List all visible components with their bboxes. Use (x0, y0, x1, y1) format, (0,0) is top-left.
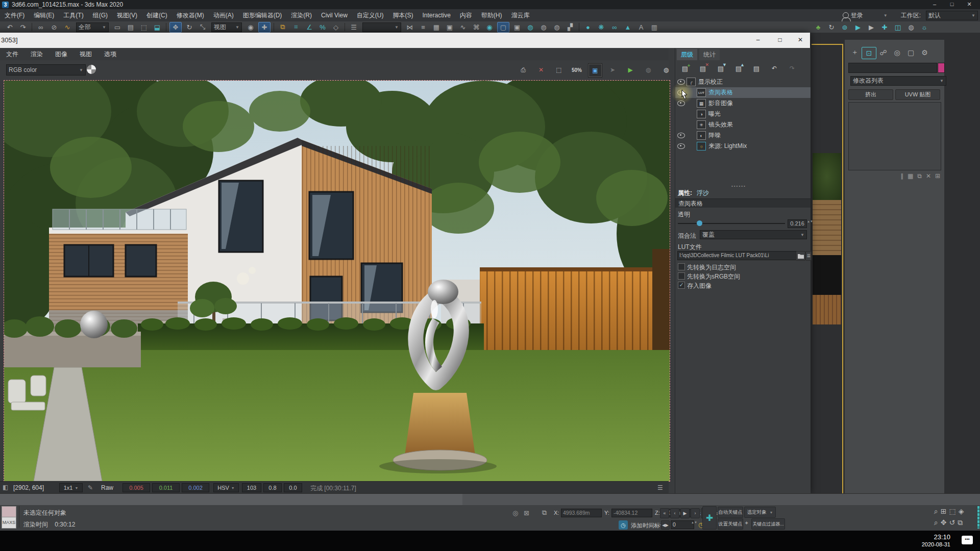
bulb-icon[interactable]: ☼ (919, 22, 930, 32)
alpha-sphere-icon[interactable] (87, 65, 96, 74)
layer-label[interactable]: 显示校正 (698, 78, 723, 86)
tab-layers[interactable]: 层级 (677, 49, 697, 60)
delete-layer-icon[interactable]: ▤✕ (696, 62, 709, 74)
layer-row-4[interactable]: ✳镜头效果 (675, 119, 811, 130)
drop-icon[interactable]: ▲ (622, 22, 633, 32)
set-key-button[interactable]: 设置关键点 (718, 518, 743, 530)
snap-toggle-icon[interactable]: ⌗ (290, 22, 302, 32)
camera-add-icon[interactable]: ✚ (879, 22, 890, 32)
ab-compare-icon[interactable]: ▞ (565, 22, 576, 32)
track-bar[interactable] (0, 493, 980, 506)
tab-utilities[interactable]: ⚙ (918, 47, 932, 58)
select-object-icon[interactable]: ▭ (112, 22, 123, 32)
select-scale-icon[interactable]: ⤡ (197, 22, 208, 32)
chat-bubble-icon[interactable]: ••• (962, 536, 973, 544)
key-mode-icon[interactable]: ✦ (744, 520, 749, 527)
layer-row-1[interactable]: LUT查阅表格 (675, 87, 811, 98)
vfb-menu-item-2[interactable]: 图像 (49, 48, 74, 60)
maxscript-mini-listener[interactable]: MAXS (2, 517, 16, 529)
zoom-all-icon[interactable]: ⊞ (941, 507, 947, 516)
splitter-handle[interactable]: •••••• (731, 184, 746, 188)
select-rotate-icon[interactable]: ↻ (184, 22, 195, 32)
pixel-ratio-dropdown[interactable]: 1x1▼ (59, 483, 83, 492)
render-setup-icon[interactable]: ▢ (497, 22, 509, 33)
hsv-dropdown[interactable]: HSV▼ (213, 483, 239, 492)
vfb-menu-item-0[interactable]: 文件 (0, 48, 24, 60)
app-menu-item-14[interactable]: 内容 (455, 9, 477, 21)
expand-icon[interactable]: ◧ (3, 484, 8, 491)
render-teapot-dim-icon[interactable]: ◍ (642, 63, 655, 77)
app-close-button[interactable]: ✕ (961, 0, 978, 9)
load-layers-icon[interactable]: ▤▲ (732, 62, 745, 74)
opacity-slider-track[interactable] (678, 223, 785, 224)
reference-coord-dropdown[interactable]: 视图▼ (211, 22, 242, 32)
layout-box-icon[interactable]: ◫ (892, 22, 903, 32)
named-selection-icon[interactable]: ☰ (348, 22, 359, 32)
app-menu-item-11[interactable]: 自定义(U) (352, 9, 388, 21)
visibility-eye-icon[interactable] (677, 133, 685, 138)
pin-stack-icon[interactable]: ∥ (900, 172, 903, 180)
ribbon-icon[interactable]: ▣ (444, 22, 455, 32)
viewport-frame-icon[interactable]: ▣ (588, 63, 602, 78)
vfb-minimize-button[interactable]: – (750, 36, 766, 45)
curve-editor-icon[interactable]: ∿ (457, 22, 469, 32)
fov-icon[interactable]: ⌕ (934, 518, 938, 527)
app-menu-item-5[interactable]: 创建(C) (142, 9, 172, 21)
workspace-dropdown[interactable]: 默认▼ (926, 11, 978, 20)
vfb-menu-item-3[interactable]: 视图 (74, 48, 98, 60)
prev-next-key-icon[interactable]: ◀▶ (661, 520, 670, 530)
app-menu-item-7[interactable]: 动画(A) (209, 9, 238, 21)
spinner-snap-icon[interactable]: ◇ (330, 22, 341, 32)
app-menu-item-13[interactable]: Interactive (418, 9, 455, 21)
track-mouse-icon[interactable]: ➤ (606, 63, 619, 77)
aa-quality-icon[interactable]: A (635, 22, 647, 32)
unlink-selection-icon[interactable]: ⊘ (48, 22, 60, 32)
eye-cell[interactable] (675, 133, 687, 138)
angle-snap-icon[interactable]: ∠ (304, 22, 315, 32)
spray-icon[interactable]: ❋ (596, 22, 607, 32)
tab-modify[interactable]: ⊡ (862, 47, 876, 59)
layer-label[interactable]: 镜头效果 (708, 120, 733, 129)
object-name-field[interactable] (848, 63, 937, 73)
vfb-titlebar[interactable]: 3053] – □ ✕ (0, 33, 810, 48)
selection-filter-dropdown[interactable]: 全部▼ (76, 22, 109, 32)
pan-icon[interactable]: ✥ (941, 518, 947, 527)
schematic-view-icon[interactable]: ⌘ (471, 22, 482, 32)
play-box-icon[interactable]: ▶ (852, 22, 864, 32)
app-menu-item-10[interactable]: Civil View (316, 9, 352, 21)
tab-motion[interactable]: ◎ (890, 47, 904, 58)
checkbox-2[interactable]: ✓ (678, 282, 685, 289)
macro-recorder-field[interactable] (2, 506, 16, 517)
add-layer-icon[interactable]: ▤＋ (678, 62, 692, 74)
redo-layers-icon[interactable]: ↷ (786, 62, 799, 74)
vfb-channel-dropdown[interactable]: RGB color▼ (6, 64, 86, 76)
blend-dropdown[interactable]: 覆盖▼ (700, 230, 807, 239)
go-start-icon[interactable]: « (660, 508, 669, 518)
show-end-result-icon[interactable]: ▦ (908, 172, 913, 180)
selection-lock-icon[interactable]: ⊠ (524, 509, 529, 517)
opacity-value-field[interactable]: 0.216 (788, 219, 807, 228)
teapot-icon[interactable]: ◍ (905, 22, 917, 32)
render-last-icon[interactable]: ◍ (551, 22, 562, 32)
layer-label[interactable]: 查阅表格 (708, 88, 733, 97)
save-image-icon[interactable]: ⎙ (517, 63, 530, 77)
wireframe-color-swatch[interactable] (938, 63, 945, 73)
pivot-center-icon[interactable]: ◉ (245, 22, 256, 32)
app-menu-item-3[interactable]: 组(G) (88, 9, 112, 21)
app-menu-item-9[interactable]: 渲染(R) (286, 9, 316, 21)
opacity-spinner[interactable]: ▲▼ (807, 219, 811, 228)
vfb-menu-item-4[interactable]: 选项 (98, 48, 122, 60)
tab-display[interactable]: ▢ (904, 47, 918, 58)
layered-spheres-icon[interactable]: ⊚ (839, 22, 850, 32)
vfb-close-button[interactable]: ✕ (793, 36, 808, 45)
browse-folder-icon[interactable] (796, 251, 805, 261)
transform-gizmo-icon[interactable]: ⧉ (542, 509, 547, 517)
render-iterative-icon[interactable]: ◍ (538, 22, 549, 32)
stats-menu-icon[interactable]: ☰ (657, 484, 663, 491)
tab-stats[interactable]: 统计 (699, 49, 720, 60)
layer-label[interactable]: 降噪 (708, 131, 721, 140)
select-link-icon[interactable]: ∞ (35, 22, 46, 32)
mirror-icon[interactable]: ⋈ (404, 22, 415, 32)
time-tag-icon[interactable]: ◷ (619, 520, 628, 530)
bind-spacewarp-icon[interactable]: ∿ (62, 22, 73, 32)
